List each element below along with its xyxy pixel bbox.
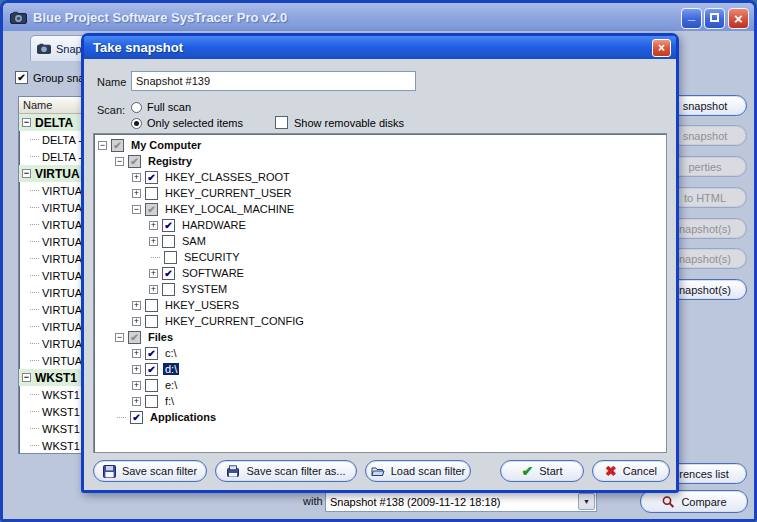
checkbox-checked-icon[interactable]: ✔: [162, 267, 175, 280]
tree-row-label[interactable]: HARDWARE: [180, 219, 248, 231]
tree-row-label[interactable]: HKEY_CURRENT_USER: [163, 187, 294, 199]
cancel-button[interactable]: ✖ Cancel: [592, 460, 670, 482]
tree-row[interactable]: +HKEY_CURRENT_USER: [98, 185, 666, 201]
tree-row[interactable]: +e:\: [98, 377, 666, 393]
minimize-button[interactable]: _: [681, 8, 702, 29]
checkbox-checked-icon[interactable]: ✔: [145, 363, 158, 376]
radio-full-scan[interactable]: Full scan: [131, 101, 191, 113]
side-action-label: napshot(s): [679, 284, 731, 296]
collapse-icon[interactable]: −: [22, 118, 31, 127]
tree-row-label[interactable]: f:\: [163, 395, 176, 407]
expand-icon[interactable]: +: [132, 189, 141, 198]
tree-row-label[interactable]: My Computer: [129, 139, 203, 151]
tree-row-label[interactable]: d:\: [163, 363, 179, 375]
tree-row[interactable]: +✔HARDWARE: [98, 217, 666, 233]
save-scan-filter-button[interactable]: Save scan filter: [93, 460, 207, 482]
checkbox-tristate-icon[interactable]: ✔: [145, 203, 158, 216]
tree-row[interactable]: +✔HKEY_CLASSES_ROOT: [98, 169, 666, 185]
tree-row-label[interactable]: SAM: [180, 235, 208, 247]
tree-row[interactable]: +✔c:\: [98, 345, 666, 361]
compare-button[interactable]: Compare: [640, 490, 748, 513]
tree-row-label[interactable]: e:\: [163, 379, 179, 391]
expand-icon[interactable]: +: [149, 269, 158, 278]
checkbox-unchecked-icon[interactable]: [145, 395, 158, 408]
expand-icon[interactable]: +: [132, 301, 141, 310]
checkbox-unchecked-icon[interactable]: [145, 187, 158, 200]
tree-row-label[interactable]: SECURITY: [182, 251, 242, 263]
group-snapshots-checkbox[interactable]: ✔ Group sna: [15, 71, 84, 84]
expand-icon[interactable]: +: [149, 237, 158, 246]
tree-row-label[interactable]: SYSTEM: [180, 283, 229, 295]
tree-line: [30, 445, 39, 446]
tree-row[interactable]: SECURITY: [98, 249, 666, 265]
tree-row[interactable]: −✔HKEY_LOCAL_MACHINE: [98, 201, 666, 217]
save-scan-filter-as-button[interactable]: Save scan filter as...: [215, 460, 357, 482]
collapse-icon[interactable]: −: [115, 157, 124, 166]
collapse-icon[interactable]: −: [115, 333, 124, 342]
tree-row[interactable]: +✔d:\: [98, 361, 666, 377]
expand-icon[interactable]: +: [132, 365, 141, 374]
expand-icon[interactable]: +: [132, 381, 141, 390]
checkbox-unchecked-icon[interactable]: [145, 315, 158, 328]
expand-icon[interactable]: +: [132, 173, 141, 182]
tree-line: [30, 292, 39, 293]
checkbox-unchecked-icon: [275, 116, 288, 129]
tree-row-label[interactable]: HKEY_CURRENT_CONFIG: [163, 315, 306, 327]
radio-off-icon: [131, 102, 142, 113]
tree-row-label[interactable]: HKEY_LOCAL_MACHINE: [163, 203, 296, 215]
dialog-close-button[interactable]: ×: [652, 39, 671, 57]
start-button[interactable]: ✔ Start: [500, 460, 584, 482]
show-removable-disks-checkbox[interactable]: Show removable disks: [275, 116, 404, 129]
tree-row-label[interactable]: Registry: [146, 155, 194, 167]
compare-snapshot-select[interactable]: Snapshot #138 (2009-11-12 18:18) ▼: [325, 491, 597, 512]
tree-row[interactable]: +f:\: [98, 393, 666, 409]
collapse-icon[interactable]: −: [22, 373, 31, 382]
chevron-down-icon[interactable]: ▼: [578, 493, 595, 510]
green-check-icon: ✔: [522, 463, 534, 479]
checkbox-unchecked-icon[interactable]: [162, 283, 175, 296]
checkbox-tristate-icon[interactable]: ✔: [128, 331, 141, 344]
checkbox-checked-icon[interactable]: ✔: [145, 171, 158, 184]
checkbox-checked-icon[interactable]: ✔: [162, 219, 175, 232]
checkbox-unchecked-icon[interactable]: [145, 299, 158, 312]
tree-row[interactable]: −✔Files: [98, 329, 666, 345]
expand-icon[interactable]: +: [132, 317, 141, 326]
scan-label: Scan:: [97, 104, 125, 116]
tree-row[interactable]: ✔Applications: [98, 409, 666, 425]
tree-row[interactable]: −✔Registry: [98, 153, 666, 169]
close-button[interactable]: ×: [728, 8, 749, 29]
tree-row[interactable]: +SAM: [98, 233, 666, 249]
checkbox-unchecked-icon[interactable]: [145, 379, 158, 392]
maximize-button[interactable]: [704, 8, 725, 29]
tree-row-label[interactable]: c:\: [163, 347, 179, 359]
tree-row-label[interactable]: HKEY_CLASSES_ROOT: [163, 171, 292, 183]
checkbox-tristate-icon[interactable]: ✔: [128, 155, 141, 168]
list-item-label: WKST1: [35, 371, 77, 385]
load-scan-filter-button[interactable]: Load scan filter: [365, 460, 471, 482]
checkbox-unchecked-icon[interactable]: [164, 251, 177, 264]
tree-line: [30, 241, 39, 242]
tree-row[interactable]: +HKEY_USERS: [98, 297, 666, 313]
tree-row-label[interactable]: HKEY_USERS: [163, 299, 241, 311]
checkbox-tristate-icon[interactable]: ✔: [111, 139, 124, 152]
snapshot-name-input[interactable]: [131, 71, 416, 91]
tree-row[interactable]: −✔My Computer: [98, 137, 666, 153]
collapse-icon[interactable]: −: [132, 205, 141, 214]
tree-row[interactable]: +SYSTEM: [98, 281, 666, 297]
red-x-icon: ✖: [605, 463, 617, 479]
expand-icon[interactable]: +: [149, 221, 158, 230]
expand-icon[interactable]: +: [149, 285, 158, 294]
expand-icon[interactable]: +: [132, 349, 141, 358]
tree-row-label[interactable]: Files: [146, 331, 175, 343]
collapse-icon[interactable]: −: [98, 141, 107, 150]
checkbox-checked-icon[interactable]: ✔: [130, 411, 143, 424]
tree-row[interactable]: +HKEY_CURRENT_CONFIG: [98, 313, 666, 329]
tree-row-label[interactable]: SOFTWARE: [180, 267, 246, 279]
radio-only-selected-items[interactable]: Only selected items: [131, 117, 243, 129]
tree-row-label[interactable]: Applications: [148, 411, 218, 423]
checkbox-checked-icon[interactable]: ✔: [145, 347, 158, 360]
collapse-icon[interactable]: −: [22, 169, 31, 178]
tree-row[interactable]: +✔SOFTWARE: [98, 265, 666, 281]
expand-icon[interactable]: +: [132, 397, 141, 406]
checkbox-unchecked-icon[interactable]: [162, 235, 175, 248]
